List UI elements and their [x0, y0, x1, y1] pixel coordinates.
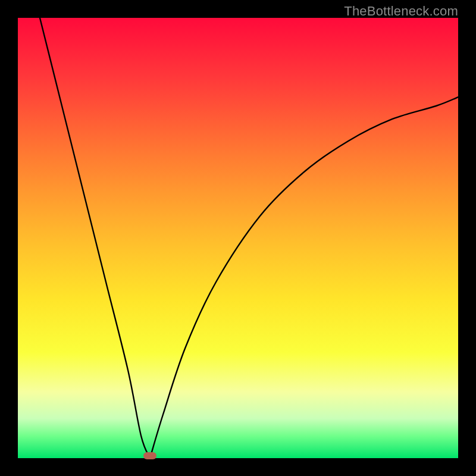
plot-background — [18, 18, 458, 458]
watermark-text: TheBottleneck.com — [344, 4, 458, 19]
chart-frame: TheBottleneck.com — [0, 0, 476, 476]
